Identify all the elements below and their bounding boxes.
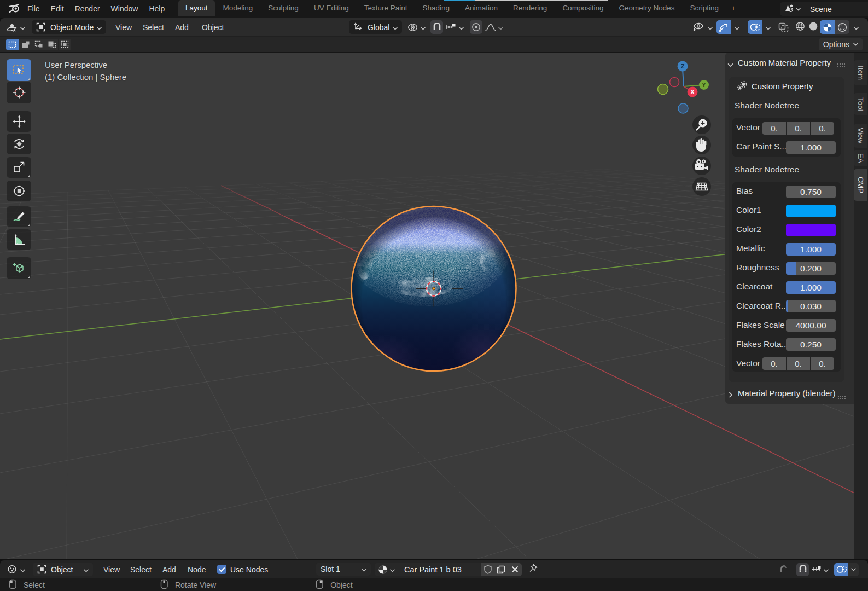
svg-text:Y: Y	[702, 82, 706, 88]
svg-text:Z: Z	[681, 63, 685, 69]
svg-text:X: X	[690, 89, 695, 95]
